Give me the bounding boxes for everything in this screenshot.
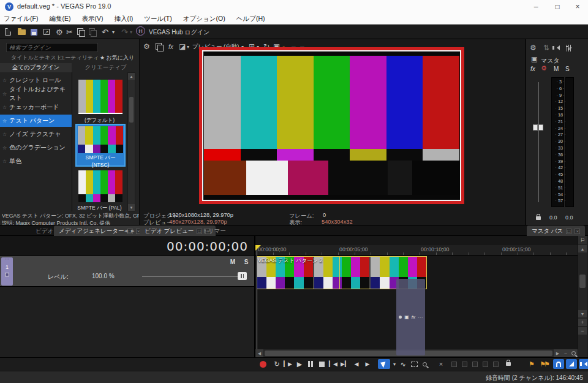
edit-tool-dropdown[interactable]: ▾ (391, 359, 398, 369)
tab-creative[interactable]: クリエーティブ (72, 63, 140, 72)
next-frame-button[interactable]: ▶ (363, 359, 372, 369)
scroll-left-icon[interactable]: ◀ (255, 349, 263, 357)
zoom-out-timeline-icon[interactable]: − (562, 349, 570, 357)
go-to-end-button[interactable]: ▶▎ (339, 359, 350, 369)
auto-ripple-button[interactable] (566, 359, 577, 369)
video-track-header[interactable]: ⋯ 1 M S レベル: 100.0 % (0, 256, 254, 287)
open-mixer-button[interactable] (567, 44, 571, 52)
menu-insert[interactable]: 挿入(I) (114, 15, 133, 23)
search-input[interactable] (6, 43, 98, 52)
zoom-region-icon[interactable] (570, 349, 578, 357)
scroll-up-icon[interactable]: ▲ (128, 73, 135, 80)
quantize-to-frames-button[interactable] (579, 359, 588, 369)
close-icon[interactable]: × (575, 229, 580, 234)
track-solo-button[interactable]: S (241, 259, 251, 267)
plugin-item-titles-text[interactable]: ☆タイトルおよびテキスト (0, 88, 72, 100)
enable-snapping-button[interactable] (553, 359, 564, 369)
menu-edit[interactable]: 編集(E) (49, 15, 70, 23)
menu-options[interactable]: オプション(O) (183, 15, 225, 23)
downmix-button[interactable]: ⇅ (543, 44, 549, 52)
vegas-hub-icon[interactable]: H (136, 26, 145, 36)
bus-properties-button[interactable]: ⚙ (530, 44, 537, 52)
open-button[interactable] (18, 27, 26, 37)
scroll-down-icon[interactable]: ▼ (578, 310, 587, 317)
preview-properties-button[interactable]: ⚙ (143, 42, 150, 51)
preset-ntsc-thumb-selected[interactable]: SMPTE バー (NTSC) (75, 124, 126, 167)
edit-cursor[interactable] (257, 245, 257, 349)
maximize-button[interactable]: □ (548, 0, 567, 13)
split-screen-dropdown[interactable]: ▾ (187, 42, 189, 51)
track-color-strip[interactable]: ⋯ 1 (1, 257, 13, 286)
preview-copy-snapshot-button[interactable] (156, 42, 163, 51)
redo-button[interactable]: ↷ (121, 27, 128, 37)
render-as-button[interactable]: ↗ (43, 27, 50, 37)
tab-utility[interactable]: ユーティリティ (59, 54, 99, 63)
paste-button[interactable] (89, 27, 96, 37)
star-icon[interactable]: ☆ (2, 118, 7, 124)
split-screen-button[interactable]: ◪ (179, 42, 186, 51)
star-icon[interactable]: ☆ (2, 132, 7, 137)
zoom-tool-button[interactable] (420, 359, 429, 369)
menu-file[interactable]: ファイル(F) (4, 15, 38, 23)
tab-master-bus[interactable]: マスタ バス □ × (527, 226, 585, 237)
undo-dropdown[interactable]: ▾ (112, 27, 115, 37)
plugin-item-noise-texture[interactable]: ☆ノイズ テクスチャ (0, 128, 72, 140)
previous-frame-button[interactable]: ◀ (352, 359, 361, 369)
redo-dropdown[interactable]: ▾ (130, 27, 132, 37)
track-mute-button[interactable]: M (228, 259, 238, 267)
pause-button[interactable] (306, 359, 315, 369)
automation-gear-icon[interactable]: ⚙ (541, 64, 547, 72)
master-mute-button[interactable]: M (554, 66, 559, 72)
mute-output-button[interactable] (554, 44, 560, 52)
tab-favorites[interactable]: ★ お気に入り (100, 54, 134, 63)
plugin-item-checkerboard[interactable]: ☆チェッカーボード (0, 101, 72, 113)
timecode-display[interactable]: 00:00:00;00 (0, 236, 254, 256)
clear-button[interactable]: × (436, 359, 446, 369)
event-more-icon[interactable]: ⋯ (418, 314, 423, 320)
video-display[interactable] (202, 50, 461, 201)
v-scroll-thumb[interactable] (579, 275, 586, 288)
generated-media-icon[interactable] (399, 316, 402, 319)
master-fader-handle[interactable] (533, 124, 543, 131)
scroll-down-icon[interactable]: ▼ (128, 204, 135, 211)
star-icon[interactable]: ☆ (2, 159, 7, 164)
cut-button[interactable]: ✂ (66, 27, 73, 37)
star-icon[interactable]: ☆ (2, 78, 7, 83)
save-button[interactable] (31, 27, 37, 37)
tab-scroll-right-icon[interactable]: ▶ (131, 229, 134, 233)
loop-playback-button[interactable]: ↻ (272, 359, 282, 369)
vertical-scrollbar[interactable]: ⚐ ▲ ▼ + − (578, 236, 587, 357)
plugin-item-solid-color[interactable]: ☆単色 (0, 155, 72, 167)
edit-generated-media-icon[interactable]: ▣ (404, 314, 409, 320)
normal-edit-tool-button[interactable] (378, 359, 390, 369)
float-window-icon[interactable]: □ (566, 229, 571, 234)
copy-button[interactable] (77, 27, 85, 37)
preview-fx-button[interactable]: fx (168, 42, 173, 51)
menu-help[interactable]: ヘルプ(H) (236, 15, 265, 23)
properties-button[interactable]: ⚙ (56, 27, 63, 37)
selection-tool-button[interactable] (409, 359, 419, 369)
menu-view[interactable]: 表示(V) (81, 15, 103, 23)
tab-titles-and-text[interactable]: タイトルとテキスト (11, 54, 62, 63)
vegas-hub-login[interactable]: VEGAS Hub ログイン (149, 28, 209, 37)
marker-tool-icon[interactable]: ⚐ (578, 236, 587, 244)
bus-map-icon[interactable]: ▣ (531, 55, 537, 63)
tab-scroll-left-icon[interactable]: ◀ (124, 229, 127, 233)
scrollbar-thumb[interactable] (129, 97, 134, 123)
preset-default-thumb[interactable] (78, 80, 123, 114)
record-button[interactable] (257, 359, 268, 369)
close-button[interactable]: × (568, 0, 587, 13)
lock-icon[interactable] (536, 216, 541, 220)
minimize-button[interactable]: – (527, 0, 545, 13)
menu-tools[interactable]: ツール(T) (144, 15, 172, 23)
scroll-right-icon[interactable]: ▶ (554, 349, 562, 357)
envelope-tool-button[interactable]: ∿ (398, 359, 408, 369)
preset-scrollbar[interactable]: ▲ ▼ (127, 72, 135, 211)
tab-all-plugins[interactable]: 全てのプラグイン (0, 63, 72, 72)
star-icon[interactable]: ☆ (2, 105, 7, 110)
time-ruler[interactable]: 00:00:00;00 00:00:05;00 00:00:10;00 00:0… (255, 245, 578, 256)
zoom-out-track-icon[interactable]: − (578, 327, 587, 335)
scroll-up-icon[interactable]: ▲ (578, 245, 587, 252)
event-fx-icon[interactable]: fx (412, 314, 415, 320)
star-icon[interactable]: ☆ (2, 91, 7, 97)
